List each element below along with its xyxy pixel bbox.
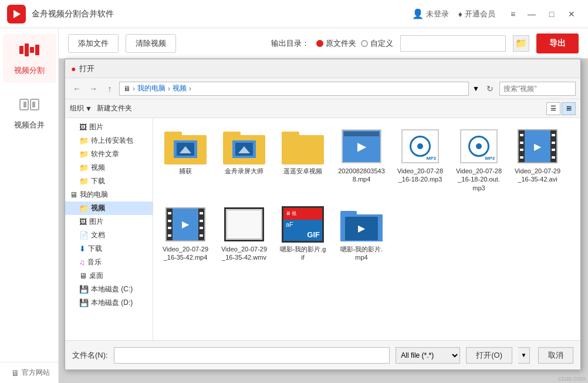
minimize-button[interactable]: — <box>522 6 541 22</box>
file-item-capture[interactable]: 捕获 <box>159 124 212 196</box>
tree-item-articles[interactable]: 📁 软件文章 <box>65 147 153 161</box>
export-button[interactable]: 导出 <box>536 33 579 53</box>
browse-folder-button[interactable]: 📁 <box>513 35 529 52</box>
svg-rect-1 <box>19 46 23 54</box>
tree-label-videos-sub: 视频 <box>91 163 105 173</box>
list-view-button[interactable]: ☰ <box>546 102 560 115</box>
file-item-jinzhou[interactable]: 金舟录屏大师 <box>218 124 271 196</box>
main-toolbar: 添加文件 清除视频 输出目录： 原文件夹 自定义 📁 导出 <box>59 28 588 59</box>
folder-thumb-yaoyao <box>282 128 324 164</box>
file-name-mp4-3: 嗯影-我的影片.mp4 <box>338 245 385 262</box>
tree-item-videos[interactable]: 📁 视频 <box>65 201 153 215</box>
cancel-button[interactable]: 取消 <box>538 347 573 364</box>
back-button[interactable]: ← <box>70 82 84 96</box>
app-logo <box>7 5 26 23</box>
file-name-mp4-1: 20200828035438.mp4 <box>338 167 385 184</box>
svg-rect-3 <box>30 47 34 53</box>
user-area[interactable]: 👤 未登录 <box>412 8 449 19</box>
tree-label-articles: 软件文章 <box>91 149 119 159</box>
video-merge-icon <box>19 96 40 117</box>
tree-label-drive-d: 本地磁盘 (D:) <box>91 298 133 308</box>
tree-item-pictures2[interactable]: 🖼 图片 <box>65 215 153 229</box>
tree-label-drive-c: 本地磁盘 (C:) <box>91 284 133 294</box>
tree-item-drive-c[interactable]: 💾 本地磁盘 (C:) <box>65 283 153 296</box>
app-title: 金舟视频分割合并软件 <box>32 9 412 19</box>
file-item-mp3-2[interactable]: MP3 Video_20-07-28_16-18-20.out.mp3 <box>452 124 505 196</box>
open-dropdown-button[interactable]: ▼ <box>518 347 530 364</box>
radio-original-dot <box>316 40 323 47</box>
dialog-navbar: ← → ↑ 🖥 › 我的电脑 › 视频 › ▼ ↻ <box>65 78 580 99</box>
address-bar[interactable]: 🖥 › 我的电脑 › 视频 › <box>119 82 469 96</box>
file-item-wmv[interactable]: Video_20-07-29_16-35-42.wmv <box>218 202 271 266</box>
organize-dropdown-icon: ▼ <box>85 105 92 113</box>
folder-icon-yaoyao <box>282 128 324 164</box>
sidebar-item-video-merge[interactable]: 视频合并 <box>3 89 56 137</box>
folder-thumb-capture <box>164 128 207 164</box>
file-name-jinzhou: 金舟录屏大师 <box>225 167 263 175</box>
sidebar-item-video-split[interactable]: 视频分割 <box>3 34 56 83</box>
filename-input[interactable] <box>114 347 390 364</box>
path-videos[interactable]: 视频 <box>173 83 187 93</box>
tree-label-music: 音乐 <box>87 257 102 267</box>
open-dropdown-icon: ▼ <box>521 352 527 358</box>
tree-item-music[interactable]: ♫ 音乐 <box>65 256 153 269</box>
tree-item-documents[interactable]: 📄 文档 <box>65 229 153 242</box>
output-path-input[interactable] <box>400 35 506 52</box>
path-computer[interactable]: 我的电脑 <box>137 83 165 93</box>
radio-custom-label: 自定义 <box>370 38 393 49</box>
tree-item-videos-sub[interactable]: 📁 视频 <box>65 161 153 174</box>
vip-icon: ♦ <box>458 9 462 19</box>
file-item-mp4-1[interactable]: ▶ 20200828035438.mp4 <box>335 124 388 196</box>
file-item-mp4-2[interactable]: ▶ <box>159 202 212 266</box>
filetype-select[interactable]: All file (*.*) <box>396 347 460 364</box>
up-button[interactable]: ↑ <box>103 82 117 96</box>
tree-item-downloads[interactable]: ⬇ 下载 <box>65 242 153 256</box>
website-label: 官方网站 <box>22 368 50 378</box>
mycomputer-icon: 🖥 <box>70 190 77 199</box>
path-dropdown-icon[interactable]: ▼ <box>472 85 479 93</box>
folder-icon-jinzhou <box>223 128 265 164</box>
path-sep3: › <box>189 85 191 93</box>
file-item-avi[interactable]: ▶ <box>511 124 564 196</box>
file-item-mp4-3[interactable]: ▶ 嗯影-我的影片.mp4 <box>335 202 388 266</box>
file-item-mp3-1[interactable]: MP3 Video_20-07-28_16-18-20.mp3 <box>394 124 447 196</box>
maximize-button[interactable]: □ <box>542 6 561 22</box>
radio-original[interactable]: 原文件夹 <box>316 38 356 49</box>
close-button[interactable]: ✕ <box>562 6 581 22</box>
drive-c-icon: 💾 <box>79 285 89 294</box>
filename-label: 文件名(N): <box>72 350 108 361</box>
videos-icon: 📁 <box>79 204 89 213</box>
clear-video-button[interactable]: 清除视频 <box>126 34 176 53</box>
svg-rect-2 <box>25 43 29 56</box>
file-dialog-overlay: ● 打开 ← → ↑ 🖥 › 我的电脑 › 视频 › ▼ ↻ <box>59 59 588 383</box>
organize-button[interactable]: 组织 ▼ <box>70 103 92 113</box>
video-thumb-wmv <box>223 206 265 243</box>
forward-button[interactable]: → <box>86 82 100 96</box>
grid-view-button[interactable]: ⊞ <box>562 102 576 115</box>
folder-thumb-mp4-3: ▶ <box>340 206 383 243</box>
add-file-button[interactable]: 添加文件 <box>68 34 119 53</box>
tree-item-drive-d[interactable]: 💾 本地磁盘 (D:) <box>65 296 153 310</box>
tree-item-downloads-sub[interactable]: 📁 下载 <box>65 174 153 188</box>
dialog-title: 打开 <box>79 63 575 74</box>
titlebar: 金舟视频分割合并软件 👤 未登录 ♦ 开通会员 ≡ — □ ✕ <box>0 0 588 28</box>
tree-item-mycomputer[interactable]: 🖥 我的电脑 <box>65 188 153 201</box>
open-button[interactable]: 打开(O) <box>466 347 512 364</box>
official-website-button[interactable]: 🖥 官方网站 <box>0 362 59 383</box>
radio-custom[interactable]: 自定义 <box>361 38 393 49</box>
tree-item-uploads[interactable]: 📁 待上传安装包 <box>65 134 153 147</box>
file-item-gif[interactable]: 🖥 视 aF GIF 嗯影-我的影片.gif <box>276 202 329 266</box>
file-item-yaoyao[interactable]: 遥遥安卓视频 <box>276 124 329 196</box>
file-name-mp3-2: Video_20-07-28_16-18-20.out.mp3 <box>455 167 502 192</box>
refresh-button[interactable]: ↻ <box>483 82 497 96</box>
menu-button[interactable]: ≡ <box>505 6 521 22</box>
video-thumb-mp4-1: ▶ <box>340 128 383 164</box>
svg-rect-6 <box>23 102 26 107</box>
file-name-avi: Video_20-07-29_16-35-42.avi <box>514 167 561 184</box>
search-input[interactable] <box>499 82 576 96</box>
tree-item-pictures[interactable]: 🖼 图片 <box>65 120 153 134</box>
new-folder-button[interactable]: 新建文件夹 <box>97 103 132 113</box>
vip-area[interactable]: ♦ 开通会员 <box>458 9 495 19</box>
tree-item-desktop[interactable]: 🖥 桌面 <box>65 269 153 283</box>
video-split-icon <box>19 41 40 63</box>
